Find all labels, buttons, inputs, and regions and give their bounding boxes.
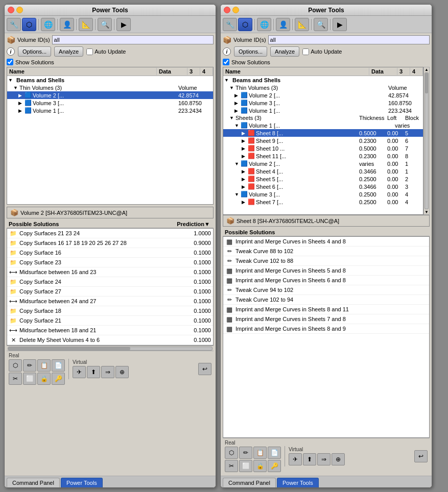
right-toggle-sheet9[interactable]: ▶	[242, 138, 247, 143]
list-item[interactable]: ✏ Tweak Curve 102 to 94	[223, 295, 429, 305]
right-toggle-svol2[interactable]: ▼	[234, 161, 240, 166]
right-toggle-rv1[interactable]: ▶	[234, 108, 240, 113]
left-show-solutions-checkbox[interactable]	[7, 59, 13, 65]
right-toolbar-icon-4[interactable]: 👤	[276, 18, 290, 31]
left-toolbar-icon-6[interactable]: 🔍	[98, 18, 112, 31]
left-tree-volume2[interactable]: ▶ 🟦 Volume 2 [... 42.8574	[7, 91, 213, 99]
right-toggle-sheet10[interactable]: ▶	[242, 146, 247, 151]
left-bt-icon-r6[interactable]: ⬜	[23, 373, 36, 385]
right-bt-icon-v3[interactable]: ⇒	[317, 453, 331, 465]
right-min-button[interactable]	[232, 7, 239, 13]
left-min-button[interactable]	[16, 7, 23, 13]
left-bt-icon-r5[interactable]: ✂	[9, 373, 22, 385]
left-toggle-v1[interactable]: ▶	[18, 108, 23, 113]
right-tree-sheet11[interactable]: ▶ 🟥 Sheet 11 [... 0.2300 0.00 8	[223, 152, 423, 160]
right-bt-icon-r8[interactable]: 🔑	[268, 460, 281, 472]
right-tree-sheet4[interactable]: ▶ 🟥 Sheet 4 [... 0.3466 0.00 1	[223, 167, 423, 175]
left-toolbar-icon-5[interactable]: 📐	[79, 18, 93, 31]
right-bt-icon-r3[interactable]: 📋	[253, 447, 267, 459]
right-vscrollbar[interactable]: ▲ ▼	[423, 67, 430, 215]
left-toolbar-icon-1[interactable]: 🔧	[7, 18, 21, 31]
left-info-icon[interactable]: i	[7, 47, 15, 56]
list-item[interactable]: ✏ Tweak Curve 88 to 102	[223, 247, 429, 256]
left-toolbar-icon-2[interactable]: ⬡	[22, 18, 36, 31]
right-info-icon[interactable]: i	[223, 47, 231, 56]
right-toolbar-icon-1[interactable]: 🔧	[223, 18, 237, 31]
right-bt-icon-r6[interactable]: ⬜	[239, 460, 252, 472]
right-bt-icon-v1[interactable]: ✈	[289, 453, 302, 465]
left-bt-icon-end[interactable]: ↩	[198, 363, 211, 375]
left-h-thumb[interactable]	[8, 347, 130, 350]
right-volume-input[interactable]	[268, 35, 430, 44]
right-toggle-sheet6[interactable]: ▶	[242, 184, 247, 189]
right-show-solutions-checkbox[interactable]	[223, 59, 229, 65]
right-tree-sheet5[interactable]: ▶ 🟥 Sheet 5 [... 0.2500 0.00 2	[223, 175, 423, 183]
left-tree-volume3[interactable]: ▶ 🟦 Volume 3 [... 160.8750	[7, 99, 213, 107]
left-volume-input[interactable]	[52, 35, 214, 44]
right-tree-sheet6[interactable]: ▶ 🟥 Sheet 6 [... 0.3466 0.00 3	[223, 183, 423, 190]
right-toggle-sheet11[interactable]: ▶	[242, 154, 247, 159]
left-tab-power-tools[interactable]: Power Tools	[61, 478, 103, 487]
right-tree-beams-shells[interactable]: ▼ Beams and Shells	[223, 76, 423, 84]
list-item[interactable]: 📁 Copy Surface 18 0.1000	[7, 306, 213, 316]
left-toolbar-icon-3[interactable]: 🌐	[41, 18, 55, 31]
right-bt-icon-r4[interactable]: 📄	[268, 447, 281, 459]
right-tree-vol2[interactable]: ▶ 🟦 Volume 2 [... 42.8574	[223, 91, 423, 99]
left-bt-icon-v4[interactable]: ⊕	[115, 366, 129, 378]
right-tree-vol1[interactable]: ▶ 🟦 Volume 1 [... 223.2434	[223, 107, 423, 114]
left-tree-thin-volumes[interactable]: ▼ Thin Volumes (3) Volume	[7, 84, 213, 91]
left-bt-icon-v1[interactable]: ✈	[73, 366, 86, 378]
left-bt-icon-r1[interactable]: ⬡	[9, 359, 22, 372]
right-toolbar-icon-5[interactable]: 📐	[295, 18, 309, 31]
left-toolbar-icon-7[interactable]: ▶	[116, 18, 131, 31]
right-tree-svol2[interactable]: ▼ 🟦 Volume 2 [... varies 0.00 1	[223, 160, 423, 167]
list-item[interactable]: ▦ Imprint and Merge Curves in Sheets 4 a…	[223, 237, 429, 247]
right-toggle-beams[interactable]: ▼	[224, 78, 229, 83]
left-toolbar-icon-4[interactable]: 👤	[60, 18, 74, 31]
left-scrollbar[interactable]	[7, 346, 214, 351]
left-tab-command-panel[interactable]: Command Panel	[7, 478, 60, 487]
right-bt-icon-r1[interactable]: ⬡	[225, 447, 238, 459]
left-bt-icon-r3[interactable]: 📋	[37, 359, 51, 372]
right-tree-sheet9[interactable]: ▶ 🟥 Sheet 9 [... 0.2300 0.00 6	[223, 137, 423, 144]
right-bt-icon-r7[interactable]: 🔒	[253, 460, 267, 472]
list-item[interactable]: 📁 Copy Surface 27 0.1000	[7, 287, 213, 297]
list-item[interactable]: ✏ Tweak Curve 102 to 88	[223, 256, 429, 266]
list-item[interactable]: 📁 Copy Surface 24 0.1000	[7, 277, 213, 287]
left-tree-volume1[interactable]: ▶ 🟦 Volume 1 [... 223.2434	[7, 107, 213, 114]
left-bt-icon-v2[interactable]: ⬆	[87, 366, 100, 378]
right-scroll-thumb-track[interactable]	[425, 72, 429, 209]
right-tree-thin-volumes[interactable]: ▼ Thin Volumes (3) Volume	[223, 84, 423, 91]
right-options-button[interactable]: Options...	[234, 46, 267, 57]
left-toggle-thin-volumes[interactable]: ▼	[13, 85, 18, 90]
list-item[interactable]: 📁 Copy Surface 16 0.1000	[7, 248, 213, 258]
left-bt-icon-v3[interactable]: ⇒	[101, 366, 114, 378]
left-toggle-v2[interactable]: ▶	[18, 93, 23, 98]
right-toggle-svol1[interactable]: ▼	[234, 123, 240, 128]
left-bt-icon-r7[interactable]: 🔒	[37, 373, 51, 385]
right-toggle-sheets[interactable]: ▼	[229, 115, 234, 120]
right-toolbar-icon-6[interactable]: 🔍	[314, 18, 328, 31]
right-toggle-rv3[interactable]: ▶	[234, 101, 240, 106]
left-auto-update-checkbox[interactable]	[86, 48, 93, 55]
right-tree-sheet8[interactable]: ▶ 🟥 Sheet 8 [... 0.5000 0.00 5	[223, 129, 423, 137]
right-toggle-sheet7[interactable]: ▶	[242, 200, 247, 205]
list-item[interactable]: ⟷ Midsurface between 24 and 27 0.1000	[7, 297, 213, 306]
right-bt-icon-v4[interactable]: ⊕	[332, 453, 345, 465]
list-item[interactable]: ✕ Delete My Sheet Volumes 4 to 6 0.1000	[7, 335, 213, 345]
right-tree-sheet10[interactable]: ▶ 🟥 Sheet 10 ... 0.5000 0.00 7	[223, 144, 423, 152]
list-item[interactable]: ▦ Imprint and Merge Curves in Sheets 8 a…	[223, 305, 429, 314]
list-item[interactable]: ✏ Tweak Curve 94 to 102	[223, 285, 429, 295]
left-close-button[interactable]	[8, 7, 14, 13]
right-scroll-up[interactable]: ▲	[425, 67, 429, 72]
right-toggle-sheet4[interactable]: ▶	[242, 169, 247, 174]
right-toolbar-icon-2[interactable]: ⬡	[238, 18, 252, 31]
left-bt-icon-r8[interactable]: 🔑	[52, 373, 65, 385]
right-toggle-sheet8[interactable]: ▶	[242, 131, 247, 136]
left-bt-icon-r2[interactable]: ✏	[23, 359, 36, 372]
left-tree-beams-shells[interactable]: ▼ Beams and Shells	[7, 76, 213, 84]
right-tab-command-panel[interactable]: Command Panel	[223, 478, 276, 487]
list-item[interactable]: ▦ Imprint and Merge Curves in Sheets 8 a…	[223, 324, 429, 334]
left-options-button[interactable]: Options...	[18, 46, 51, 57]
list-item[interactable]: 📁 Copy Surfaces 16 17 18 19 20 25 26 27 …	[7, 238, 213, 248]
